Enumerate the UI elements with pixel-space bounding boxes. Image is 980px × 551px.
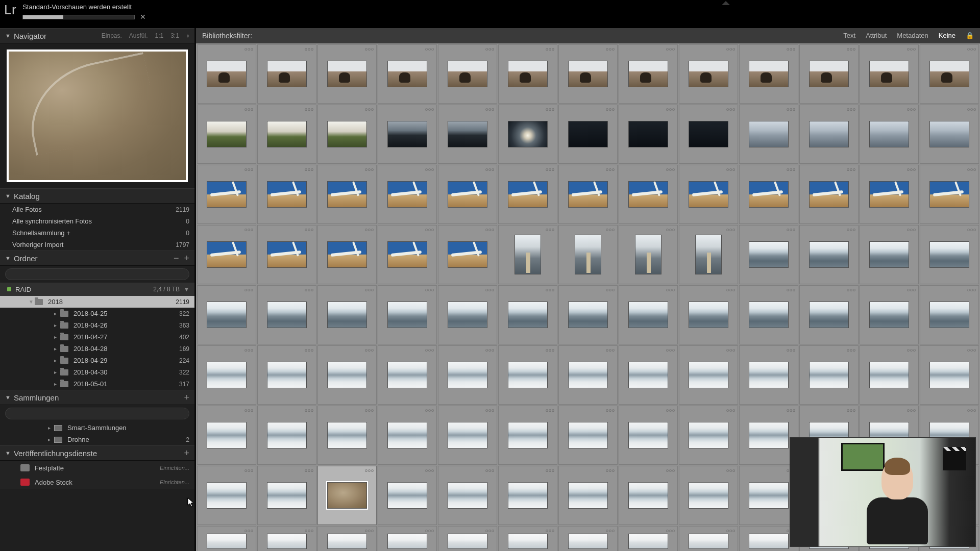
thumbnail-cell[interactable]: ooo xyxy=(799,105,859,164)
folder-row[interactable]: ▸2018-04-29224 xyxy=(0,355,194,366)
thumbnail-cell[interactable]: ooo xyxy=(679,406,738,465)
zoom-ratio[interactable]: 3:1 xyxy=(170,32,179,39)
thumbnail-cell[interactable]: ooo xyxy=(619,105,678,164)
thumbnail-cell[interactable]: ooo xyxy=(558,285,618,344)
thumbnail-cell[interactable]: ooo xyxy=(257,105,316,164)
folder-search-input[interactable] xyxy=(5,268,189,280)
add-collection-button[interactable]: + xyxy=(184,394,189,401)
thumbnail-cell[interactable]: ooo xyxy=(257,345,316,405)
publish-row[interactable]: Adobe StockEinrichten... xyxy=(0,475,194,489)
thumbnail-cell[interactable]: ooo xyxy=(558,406,618,465)
thumbnail-cell[interactable]: ooo xyxy=(739,345,798,405)
publish-setup-link[interactable]: Einrichten... xyxy=(160,479,189,485)
thumbnail-cell[interactable]: ooo xyxy=(679,165,738,224)
thumbnail-cell[interactable]: ooo xyxy=(679,345,738,405)
thumbnail-cell[interactable]: ooo xyxy=(619,526,678,551)
thumbnail-cell[interactable]: ooo xyxy=(860,165,919,224)
thumbnail-cell[interactable]: ooo xyxy=(378,225,437,284)
catalog-header[interactable]: ▼ Katalog xyxy=(0,188,194,204)
folders-header[interactable]: ▼ Ordner − + xyxy=(0,251,194,266)
folder-row[interactable]: ▸2018-04-26363 xyxy=(0,319,194,331)
thumbnail-cell[interactable]: ooo xyxy=(799,225,859,284)
thumbnail-cell[interactable]: ooo xyxy=(438,105,497,164)
thumbnail-cell[interactable]: ooo xyxy=(197,285,256,344)
thumbnail-cell[interactable]: ooo xyxy=(317,406,377,465)
thumbnail-cell[interactable]: ooo xyxy=(498,345,557,405)
thumbnail-cell[interactable]: ooo xyxy=(257,526,316,551)
folder-row[interactable]: ▸2018-04-25322 xyxy=(0,308,194,319)
thumbnail-cell[interactable]: ooo xyxy=(317,225,377,284)
thumbnail-cell[interactable]: ooo xyxy=(498,165,557,224)
thumbnail-cell[interactable]: ooo xyxy=(739,225,798,284)
collections-header[interactable]: ▼ Sammlungen + xyxy=(0,390,194,405)
thumbnail-cell[interactable]: ooo xyxy=(619,165,678,224)
thumbnail-cell[interactable]: ooo xyxy=(378,466,437,525)
filter-tab-attribute[interactable]: Attribut xyxy=(866,32,887,39)
thumbnail-cell[interactable]: ooo xyxy=(619,285,678,344)
thumbnail-cell[interactable]: ooo xyxy=(438,225,497,284)
catalog-row[interactable]: Vorheriger Import1797 xyxy=(0,239,194,251)
thumbnail-cell[interactable]: ooo xyxy=(317,165,377,224)
thumbnail-cell[interactable]: ooo xyxy=(438,345,497,405)
panel-collapse-icon[interactable] xyxy=(722,1,730,5)
thumbnail-cell[interactable]: ooo xyxy=(498,526,557,551)
thumbnail-cell[interactable]: ooo xyxy=(197,345,256,405)
thumbnail-cell[interactable]: ooo xyxy=(498,466,557,525)
zoom-fit[interactable]: Einpas. xyxy=(102,32,122,39)
thumbnail-cell[interactable]: ooo xyxy=(438,285,497,344)
thumbnail-cell[interactable]: ooo xyxy=(860,225,919,284)
catalog-row[interactable]: Alle synchronisierten Fotos0 xyxy=(0,215,194,227)
thumbnail-cell[interactable]: ooo xyxy=(619,44,678,104)
filter-tab-none[interactable]: Keine xyxy=(939,32,955,39)
zoom-fill[interactable]: Ausfül. xyxy=(129,32,148,39)
thumbnail-cell[interactable]: ooo xyxy=(799,285,859,344)
thumbnail-cell[interactable]: ooo xyxy=(799,345,859,405)
thumbnail-cell[interactable]: ooo xyxy=(438,466,497,525)
filter-lock-icon[interactable]: 🔒 xyxy=(966,32,974,39)
collection-search-input[interactable] xyxy=(5,408,189,419)
thumbnail-cell[interactable]: ooo xyxy=(197,225,256,284)
thumbnail-cell[interactable]: ooo xyxy=(438,406,497,465)
thumbnail-cell[interactable]: ooo xyxy=(257,225,316,284)
thumbnail-cell[interactable]: ooo xyxy=(739,165,798,224)
thumbnail-cell[interactable]: ooo xyxy=(860,345,919,405)
thumbnail-cell[interactable]: ooo xyxy=(378,345,437,405)
thumbnail-cell[interactable]: ooo xyxy=(498,406,557,465)
thumbnail-cell[interactable]: ooo xyxy=(197,466,256,525)
thumbnail-cell[interactable]: ooo xyxy=(558,466,618,525)
thumbnail-cell[interactable]: ooo xyxy=(257,44,316,104)
thumbnail-cell[interactable]: ooo xyxy=(197,165,256,224)
thumbnail-cell[interactable]: ooo xyxy=(498,285,557,344)
thumbnail-cell[interactable]: ooo xyxy=(558,44,618,104)
thumbnail-cell[interactable]: ooo xyxy=(799,165,859,224)
thumbnail-cell[interactable]: ooo xyxy=(619,345,678,405)
thumbnail-cell[interactable]: ooo xyxy=(197,44,256,104)
thumbnail-cell[interactable]: ooo xyxy=(860,44,919,104)
thumbnail-cell[interactable]: ooo xyxy=(860,285,919,344)
navigator-header[interactable]: ▼ Navigator Einpas. Ausfül. 1:1 3:1 ♦ xyxy=(0,28,194,43)
thumbnail-cell[interactable]: ooo xyxy=(679,44,738,104)
add-publish-button[interactable]: + xyxy=(184,449,189,457)
thumbnail-cell[interactable]: ooo xyxy=(739,285,798,344)
add-folder-button[interactable]: + xyxy=(184,255,189,262)
folder-year-row[interactable]: ▼ 2018 2119 xyxy=(0,296,194,308)
thumbnail-cell[interactable]: ooo xyxy=(799,44,859,104)
thumbnail-cell[interactable]: ooo xyxy=(197,406,256,465)
thumbnail-cell[interactable]: ooo xyxy=(378,285,437,344)
thumbnail-cell[interactable]: ooo xyxy=(619,406,678,465)
publish-row[interactable]: FestplatteEinrichten... xyxy=(0,461,194,475)
thumbnail-cell[interactable]: ooo xyxy=(920,225,979,284)
thumbnail-cell[interactable]: ooo xyxy=(739,105,798,164)
thumbnail-cell[interactable]: ooo xyxy=(317,105,377,164)
thumbnail-cell[interactable]: ooo xyxy=(378,526,437,551)
zoom-one[interactable]: 1:1 xyxy=(155,32,164,39)
folder-row[interactable]: ▸2018-04-30322 xyxy=(0,366,194,378)
thumbnail-cell[interactable]: ooo xyxy=(619,466,678,525)
thumbnail-cell[interactable]: ooo xyxy=(438,526,497,551)
thumbnail-cell[interactable]: ooo xyxy=(317,526,377,551)
thumbnail-cell[interactable]: ooo xyxy=(558,165,618,224)
thumbnail-cell[interactable]: ooo xyxy=(378,44,437,104)
thumbnail-cell[interactable]: ooo xyxy=(920,345,979,405)
thumbnail-cell[interactable]: ooo xyxy=(498,225,557,284)
filter-tab-text[interactable]: Text xyxy=(843,32,855,39)
